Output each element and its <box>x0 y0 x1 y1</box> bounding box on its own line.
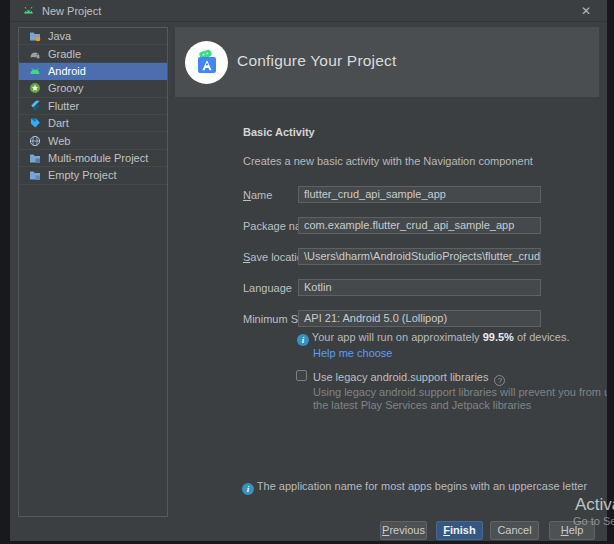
activity-type-description: Creates a new basic activity with the Na… <box>243 155 533 167</box>
name-input[interactable]: flutter_crud_api_sample_app <box>298 186 541 203</box>
project-type-list: Java Gradle Android Groovy Flutt <box>18 27 168 517</box>
info-icon: i <box>297 334 309 346</box>
app-name-hint: i The application name for most apps beg… <box>242 480 587 495</box>
sidebar-item-web[interactable]: Web <box>19 132 167 149</box>
java-folder-icon <box>29 30 41 42</box>
sidebar-item-empty-project[interactable]: Empty Project <box>19 167 167 184</box>
info-icon: i <box>242 483 254 495</box>
legacy-support-description-line1: Using legacy android.support libraries w… <box>313 386 607 398</box>
sidebar-item-java[interactable]: Java <box>19 28 167 45</box>
dialog-titlebar[interactable]: New Project ✕ <box>10 0 607 22</box>
page-title: Configure Your Project <box>237 52 397 70</box>
sidebar-item-multi-module[interactable]: Multi-module Project <box>19 150 167 167</box>
activity-type-title: Basic Activity <box>243 126 315 138</box>
desktop: New Project ✕ Java Gradle Android <box>0 0 614 544</box>
previous-button[interactable]: Previous <box>380 521 427 540</box>
groovy-icon <box>29 82 41 94</box>
android-icon <box>29 65 41 77</box>
help-icon[interactable]: ? <box>494 375 505 386</box>
wizard-header: Configure Your Project <box>175 27 599 97</box>
sidebar-item-groovy[interactable]: Groovy <box>19 80 167 97</box>
name-label: Name <box>243 189 272 201</box>
help-me-choose-link[interactable]: Help me choose <box>313 347 393 359</box>
gradle-elephant-icon <box>29 48 41 60</box>
language-dropdown[interactable]: Kotlin <box>298 279 541 296</box>
sdk-coverage-note: i Your app will run on approximately 99.… <box>297 331 570 346</box>
flutter-icon <box>29 100 41 112</box>
sidebar-item-gradle[interactable]: Gradle <box>19 45 167 62</box>
web-globe-icon <box>29 135 41 147</box>
android-studio-logo-icon <box>185 41 228 84</box>
sidebar-item-flutter[interactable]: Flutter <box>19 98 167 115</box>
dart-icon <box>29 117 41 129</box>
save-location-input[interactable]: \Users\dharm\AndroidStudioProjects\flutt… <box>298 248 541 265</box>
empty-folder-icon <box>29 169 41 181</box>
sidebar-item-dart[interactable]: Dart <box>19 115 167 132</box>
legacy-support-label: Use legacy android.support libraries? <box>313 371 505 386</box>
close-icon[interactable]: ✕ <box>577 2 595 20</box>
window-title: New Project <box>42 5 101 17</box>
modules-folder-icon <box>29 152 41 164</box>
cancel-button[interactable]: Cancel <box>490 521 539 540</box>
minimum-sdk-dropdown[interactable]: API 21: Android 5.0 (Lollipop) <box>298 310 541 327</box>
activation-watermark-line1: Activat <box>575 495 614 515</box>
finish-button[interactable]: Finish <box>436 521 483 540</box>
sidebar-item-android[interactable]: Android <box>19 63 167 80</box>
android-icon <box>22 4 35 17</box>
language-label: Language <box>243 282 292 294</box>
new-project-dialog: New Project ✕ Java Gradle Android <box>10 0 607 541</box>
legacy-support-description-line2: the latest Play Services and Jetpack lib… <box>313 399 531 411</box>
package-name-input[interactable]: com.example.flutter_crud_api_sample_app <box>298 217 541 234</box>
legacy-support-checkbox[interactable] <box>296 370 307 381</box>
activation-watermark-line2: Go to Set <box>573 515 614 527</box>
